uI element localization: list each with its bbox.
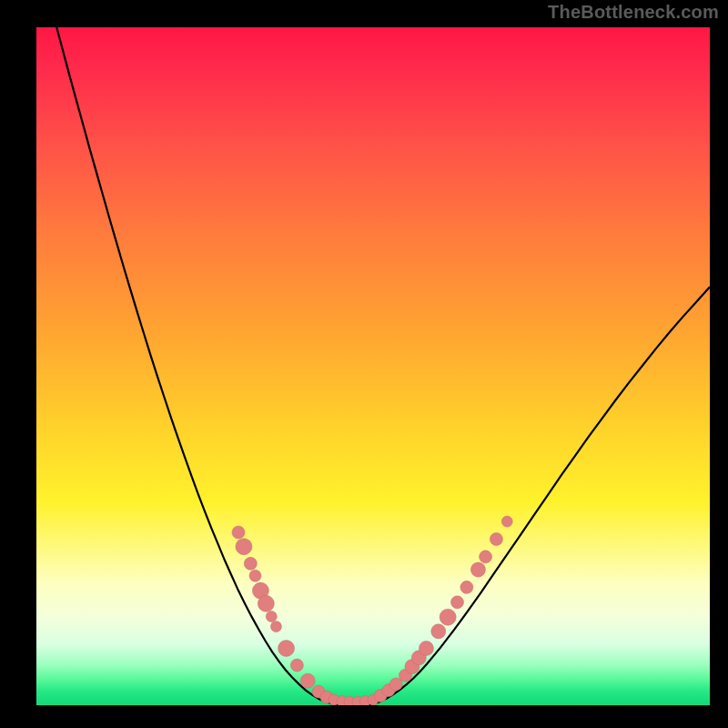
watermark-text: TheBottleneck.com xyxy=(548,2,719,23)
plot-area xyxy=(36,27,710,705)
data-marker xyxy=(290,659,303,672)
data-marker xyxy=(278,640,295,656)
data-marker xyxy=(244,557,257,570)
data-marker xyxy=(501,516,512,527)
data-marker xyxy=(249,570,261,581)
data-marker xyxy=(451,596,464,609)
marker-layer xyxy=(232,516,512,705)
chart-frame: TheBottleneck.com xyxy=(0,0,728,728)
data-marker xyxy=(300,673,315,688)
data-marker xyxy=(490,532,502,545)
data-marker xyxy=(460,581,473,593)
data-marker xyxy=(440,609,456,625)
data-marker xyxy=(236,539,252,555)
data-marker xyxy=(480,551,492,563)
data-marker xyxy=(389,678,402,691)
data-marker xyxy=(258,595,274,612)
data-marker xyxy=(270,622,281,632)
data-marker xyxy=(266,611,277,622)
data-marker xyxy=(419,641,433,655)
data-marker xyxy=(431,624,446,639)
data-marker xyxy=(470,562,485,577)
data-marker xyxy=(232,526,245,539)
bottleneck-curve xyxy=(56,27,710,705)
chart-svg xyxy=(36,27,710,705)
